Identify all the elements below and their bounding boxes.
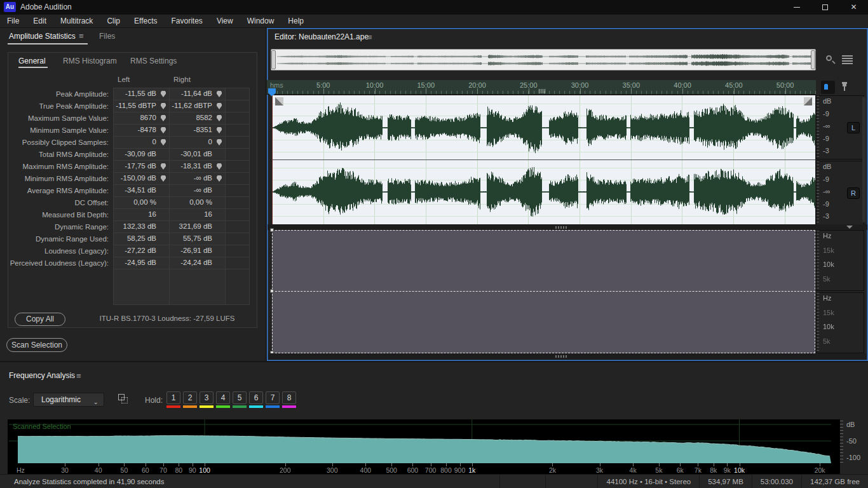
x-tick-label: 10k [734, 466, 745, 474]
snap-toggle-button[interactable] [821, 81, 835, 94]
pin-icon[interactable] [217, 91, 222, 97]
minimize-button[interactable] [782, 0, 811, 15]
db-scale-label: -3 [823, 147, 829, 154]
tab-editor-file[interactable]: Editor: Neubauten22A1.ape [275, 32, 369, 41]
pin-icon[interactable] [217, 127, 222, 133]
magnifier-handle [832, 60, 836, 64]
menu-file[interactable]: File [0, 15, 26, 27]
tab-amplitude-statistics[interactable]: Amplitude Statistics [9, 32, 76, 41]
pin-icon[interactable] [217, 175, 222, 182]
maximize-button[interactable] [811, 0, 839, 15]
menu-help[interactable]: Help [281, 15, 311, 27]
stat-cell-spacer [225, 100, 250, 112]
tab-rms-histogram[interactable]: RMS Histogram [63, 57, 117, 65]
stat-cell-spacer [225, 88, 250, 100]
stat-value-left: -24,95 dB [113, 257, 170, 269]
overview-right-handle[interactable] [811, 50, 815, 69]
vertical-scrollbar[interactable] [862, 97, 865, 222]
tab-general[interactable]: General [18, 57, 46, 65]
overview-navigator[interactable] [271, 49, 816, 71]
panel-bottom-strip [268, 353, 867, 360]
db-scale-label: dB [823, 163, 831, 170]
display-divider[interactable] [268, 224, 867, 230]
stat-value-text: -26,91 dB [180, 247, 212, 254]
menu-edit[interactable]: Edit [26, 15, 53, 27]
stat-value-left: 0,00 % [113, 196, 170, 209]
timeline-ruler[interactable]: hms 5:0010:0015:0020:0025:0030:0035:0040… [267, 80, 816, 95]
x-tick-label: 7k [695, 466, 702, 474]
overview-left-handle[interactable] [271, 50, 276, 69]
hold-button-8[interactable]: 8 [282, 391, 296, 404]
panel-menu-icon[interactable]: ≡ [76, 371, 81, 381]
divider-grip[interactable] [555, 226, 567, 229]
pin-icon[interactable] [161, 139, 166, 146]
selection-handle[interactable] [270, 289, 274, 293]
menu-clip[interactable]: Clip [100, 15, 127, 27]
scale-dropdown[interactable]: Logarithmic ⌄ [33, 393, 104, 407]
pin-icon[interactable] [161, 175, 166, 182]
selection-handle[interactable] [270, 228, 274, 232]
stat-label: Dynamic Range Used: [9, 233, 114, 245]
stat-value-right: 0 [169, 136, 226, 149]
tab-rms-settings[interactable]: RMS Settings [130, 57, 177, 65]
hold-label: Hold: [145, 396, 163, 405]
channel-button-l[interactable]: L [847, 122, 860, 133]
scan-selection-button[interactable]: Scan Selection [6, 338, 67, 352]
hold-button-1[interactable]: 1 [166, 391, 180, 404]
hold-button-4[interactable]: 4 [216, 391, 230, 404]
menu-multitrack[interactable]: Multitrack [53, 15, 100, 27]
hold-button-7[interactable]: 7 [266, 391, 280, 404]
channel-button-r[interactable]: R [847, 187, 860, 199]
x-tick-label: 700 [425, 466, 437, 474]
spectral-selection-border[interactable] [272, 230, 815, 353]
scrub-handle-icon[interactable] [539, 89, 546, 93]
close-button[interactable]: ✕ [839, 0, 868, 15]
pin-icon[interactable] [161, 127, 166, 133]
pin-icon[interactable] [217, 139, 222, 146]
marker-pin-icon[interactable] [841, 82, 848, 92]
pin-icon[interactable] [217, 115, 222, 121]
hold-button-6[interactable]: 6 [249, 391, 263, 404]
divider-grip[interactable] [555, 355, 567, 358]
menu-effects[interactable]: Effects [127, 15, 164, 27]
menu-window[interactable]: Window [240, 15, 281, 27]
y-axis-ticks [840, 421, 843, 463]
copy-all-button[interactable]: Copy All [15, 313, 65, 326]
collapse-arrow-icon[interactable] [846, 226, 853, 229]
hold-button-2[interactable]: 2 [183, 391, 197, 404]
zoom-navigate-icon[interactable] [825, 55, 836, 65]
pin-icon[interactable] [161, 91, 166, 97]
copy-graph-icon[interactable] [118, 394, 128, 404]
hold-color-swatch [282, 405, 296, 408]
pin-icon[interactable] [217, 103, 222, 109]
pin-icon[interactable] [161, 103, 166, 109]
hold-color-swatch [249, 405, 263, 408]
pin-icon[interactable] [161, 163, 166, 170]
scale-tick-marks [817, 96, 819, 159]
waveform-display[interactable] [272, 95, 815, 224]
menu-favorites[interactable]: Favorites [165, 15, 210, 27]
panel-menu-icon[interactable]: ≡ [79, 31, 84, 41]
hold-button-3[interactable]: 3 [200, 391, 214, 404]
pin-icon[interactable] [161, 115, 166, 121]
application-window: Au Adobe Audition ✕ FileEditMultitrackCl… [0, 0, 868, 488]
pin-icon[interactable] [217, 163, 222, 170]
scale-tick-marks [817, 293, 819, 353]
hz-scale-label: 10k [823, 261, 834, 268]
fade-out-handle[interactable] [804, 97, 812, 105]
x-tick-label: Hz [17, 466, 25, 474]
menu-view[interactable]: View [210, 15, 240, 27]
status-cell [545, 475, 597, 488]
panel-menu-icon[interactable]: ≡ [367, 32, 372, 42]
hz-scale-label: 10k [823, 323, 834, 330]
stat-value-text: 0,00 % [189, 198, 212, 206]
hold-button-5[interactable]: 5 [233, 391, 247, 404]
tab-frequency-analysis[interactable]: Frequency Analysis [9, 371, 75, 380]
stat-value-right: -8351 [169, 124, 226, 137]
display-list-icon[interactable] [842, 55, 853, 64]
stat-value-text: 16 [204, 210, 212, 218]
stat-cell-spacer [225, 112, 250, 125]
stat-cell-empty [169, 269, 226, 305]
tab-files[interactable]: Files [99, 32, 115, 41]
fade-in-handle[interactable] [275, 97, 283, 105]
